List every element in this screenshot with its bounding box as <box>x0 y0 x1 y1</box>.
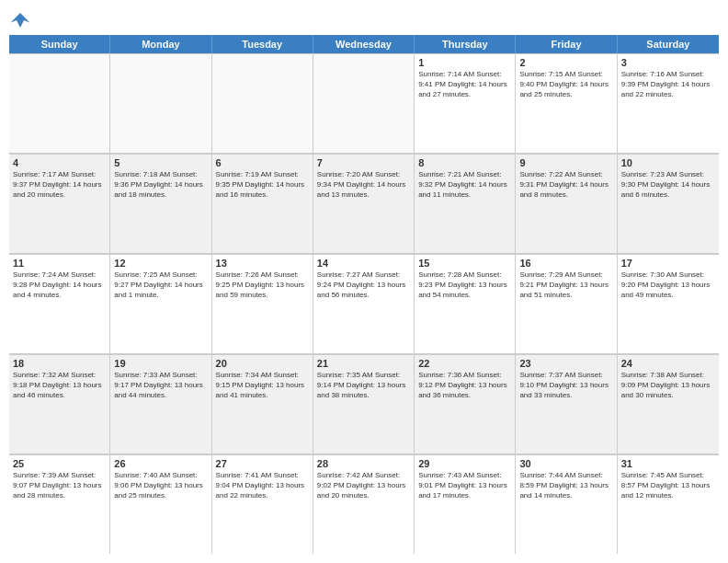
cell-info: Sunrise: 7:23 AM Sunset: 9:30 PM Dayligh… <box>621 170 715 200</box>
calendar-cell <box>9 53 110 153</box>
calendar-cell: 30Sunrise: 7:44 AM Sunset: 8:59 PM Dayli… <box>516 454 617 554</box>
calendar-body: 1Sunrise: 7:14 AM Sunset: 9:41 PM Daylig… <box>9 53 719 554</box>
cell-info: Sunrise: 7:24 AM Sunset: 9:28 PM Dayligh… <box>13 270 106 300</box>
cell-info: Sunrise: 7:27 AM Sunset: 9:24 PM Dayligh… <box>317 270 410 300</box>
calendar-cell: 7Sunrise: 7:20 AM Sunset: 9:34 PM Daylig… <box>313 154 415 253</box>
calendar-cell: 8Sunrise: 7:21 AM Sunset: 9:32 PM Daylig… <box>415 154 516 253</box>
logo-icon <box>9 9 31 31</box>
header-day-monday: Monday <box>110 35 211 53</box>
day-number: 7 <box>317 157 410 168</box>
calendar-cell: 19Sunrise: 7:33 AM Sunset: 9:17 PM Dayli… <box>110 354 211 454</box>
day-number: 30 <box>519 458 612 469</box>
calendar-row-3: 11Sunrise: 7:24 AM Sunset: 9:28 PM Dayli… <box>9 254 719 354</box>
cell-info: Sunrise: 7:25 AM Sunset: 9:27 PM Dayligh… <box>114 270 207 300</box>
calendar-cell: 17Sunrise: 7:30 AM Sunset: 9:20 PM Dayli… <box>618 254 719 353</box>
cell-info: Sunrise: 7:43 AM Sunset: 9:01 PM Dayligh… <box>418 471 511 500</box>
calendar-cell: 3Sunrise: 7:16 AM Sunset: 9:39 PM Daylig… <box>618 53 719 153</box>
day-number: 19 <box>114 358 207 369</box>
cell-info: Sunrise: 7:28 AM Sunset: 9:23 PM Dayligh… <box>418 270 511 300</box>
calendar-cell: 21Sunrise: 7:35 AM Sunset: 9:14 PM Dayli… <box>313 354 415 454</box>
calendar-cell: 10Sunrise: 7:23 AM Sunset: 9:30 PM Dayli… <box>618 154 719 253</box>
day-number: 14 <box>317 258 410 269</box>
header-day-wednesday: Wednesday <box>313 35 415 53</box>
calendar-cell: 5Sunrise: 7:18 AM Sunset: 9:36 PM Daylig… <box>110 154 211 253</box>
day-number: 10 <box>621 157 715 168</box>
calendar-row-5: 25Sunrise: 7:39 AM Sunset: 9:07 PM Dayli… <box>9 454 719 554</box>
cell-info: Sunrise: 7:35 AM Sunset: 9:14 PM Dayligh… <box>317 371 410 400</box>
cell-info: Sunrise: 7:26 AM Sunset: 9:25 PM Dayligh… <box>216 270 309 300</box>
day-number: 31 <box>621 458 715 469</box>
day-number: 15 <box>418 258 511 269</box>
header-day-sunday: Sunday <box>9 35 110 53</box>
day-number: 18 <box>13 358 106 369</box>
cell-info: Sunrise: 7:40 AM Sunset: 9:06 PM Dayligh… <box>114 471 207 500</box>
calendar-row-4: 18Sunrise: 7:32 AM Sunset: 9:18 PM Dayli… <box>9 354 719 454</box>
logo <box>9 9 35 31</box>
day-number: 16 <box>519 258 612 269</box>
day-number: 22 <box>418 358 511 369</box>
calendar-cell <box>313 53 415 153</box>
header-day-friday: Friday <box>516 35 617 53</box>
calendar-cell: 14Sunrise: 7:27 AM Sunset: 9:24 PM Dayli… <box>313 254 415 353</box>
cell-info: Sunrise: 7:42 AM Sunset: 9:02 PM Dayligh… <box>317 471 410 500</box>
calendar: SundayMondayTuesdayWednesdayThursdayFrid… <box>9 35 719 554</box>
calendar-cell: 11Sunrise: 7:24 AM Sunset: 9:28 PM Dayli… <box>9 254 110 353</box>
cell-info: Sunrise: 7:33 AM Sunset: 9:17 PM Dayligh… <box>114 371 207 400</box>
calendar-cell: 1Sunrise: 7:14 AM Sunset: 9:41 PM Daylig… <box>415 53 516 153</box>
calendar-cell: 24Sunrise: 7:38 AM Sunset: 9:09 PM Dayli… <box>618 354 719 454</box>
calendar-row-2: 4Sunrise: 7:17 AM Sunset: 9:37 PM Daylig… <box>9 154 719 254</box>
cell-info: Sunrise: 7:32 AM Sunset: 9:18 PM Dayligh… <box>13 371 106 400</box>
cell-info: Sunrise: 7:45 AM Sunset: 8:57 PM Dayligh… <box>621 471 715 500</box>
day-number: 17 <box>621 258 715 269</box>
day-number: 11 <box>13 258 106 269</box>
calendar-cell <box>110 53 211 153</box>
day-number: 24 <box>621 358 715 369</box>
day-number: 28 <box>317 458 410 469</box>
day-number: 20 <box>216 358 309 369</box>
header-day-saturday: Saturday <box>618 35 719 53</box>
day-number: 12 <box>114 258 207 269</box>
cell-info: Sunrise: 7:34 AM Sunset: 9:15 PM Dayligh… <box>216 371 309 400</box>
calendar-cell: 25Sunrise: 7:39 AM Sunset: 9:07 PM Dayli… <box>9 454 110 554</box>
day-number: 4 <box>13 157 106 168</box>
header <box>9 9 719 31</box>
calendar-header: SundayMondayTuesdayWednesdayThursdayFrid… <box>9 35 719 53</box>
cell-info: Sunrise: 7:16 AM Sunset: 9:39 PM Dayligh… <box>621 70 715 99</box>
day-number: 8 <box>418 157 511 168</box>
calendar-cell: 2Sunrise: 7:15 AM Sunset: 9:40 PM Daylig… <box>516 53 617 153</box>
calendar-cell: 27Sunrise: 7:41 AM Sunset: 9:04 PM Dayli… <box>212 454 313 554</box>
calendar-cell: 12Sunrise: 7:25 AM Sunset: 9:27 PM Dayli… <box>110 254 211 353</box>
day-number: 13 <box>216 258 309 269</box>
cell-info: Sunrise: 7:39 AM Sunset: 9:07 PM Dayligh… <box>13 471 106 500</box>
day-number: 5 <box>114 157 207 168</box>
cell-info: Sunrise: 7:44 AM Sunset: 8:59 PM Dayligh… <box>519 471 612 500</box>
calendar-cell: 13Sunrise: 7:26 AM Sunset: 9:25 PM Dayli… <box>212 254 313 353</box>
calendar-cell: 29Sunrise: 7:43 AM Sunset: 9:01 PM Dayli… <box>415 454 516 554</box>
cell-info: Sunrise: 7:21 AM Sunset: 9:32 PM Dayligh… <box>418 170 511 200</box>
day-number: 1 <box>418 57 511 68</box>
page: SundayMondayTuesdayWednesdayThursdayFrid… <box>0 0 728 563</box>
day-number: 29 <box>418 458 511 469</box>
cell-info: Sunrise: 7:30 AM Sunset: 9:20 PM Dayligh… <box>621 270 715 300</box>
calendar-cell: 6Sunrise: 7:19 AM Sunset: 9:35 PM Daylig… <box>212 154 313 253</box>
day-number: 6 <box>216 157 309 168</box>
calendar-cell: 16Sunrise: 7:29 AM Sunset: 9:21 PM Dayli… <box>516 254 617 353</box>
cell-info: Sunrise: 7:41 AM Sunset: 9:04 PM Dayligh… <box>216 471 309 500</box>
cell-info: Sunrise: 7:17 AM Sunset: 9:37 PM Dayligh… <box>13 170 106 200</box>
calendar-cell: 31Sunrise: 7:45 AM Sunset: 8:57 PM Dayli… <box>618 454 719 554</box>
cell-info: Sunrise: 7:19 AM Sunset: 9:35 PM Dayligh… <box>216 170 309 200</box>
calendar-cell: 20Sunrise: 7:34 AM Sunset: 9:15 PM Dayli… <box>212 354 313 454</box>
cell-info: Sunrise: 7:37 AM Sunset: 9:10 PM Dayligh… <box>519 371 612 400</box>
calendar-cell: 26Sunrise: 7:40 AM Sunset: 9:06 PM Dayli… <box>110 454 211 554</box>
header-day-thursday: Thursday <box>415 35 516 53</box>
day-number: 26 <box>114 458 207 469</box>
cell-info: Sunrise: 7:15 AM Sunset: 9:40 PM Dayligh… <box>519 70 612 99</box>
calendar-cell: 23Sunrise: 7:37 AM Sunset: 9:10 PM Dayli… <box>516 354 617 454</box>
cell-info: Sunrise: 7:20 AM Sunset: 9:34 PM Dayligh… <box>317 170 410 200</box>
calendar-row-1: 1Sunrise: 7:14 AM Sunset: 9:41 PM Daylig… <box>9 53 719 154</box>
cell-info: Sunrise: 7:36 AM Sunset: 9:12 PM Dayligh… <box>418 371 511 400</box>
calendar-cell: 28Sunrise: 7:42 AM Sunset: 9:02 PM Dayli… <box>313 454 415 554</box>
cell-info: Sunrise: 7:38 AM Sunset: 9:09 PM Dayligh… <box>621 371 715 400</box>
day-number: 25 <box>13 458 106 469</box>
svg-marker-0 <box>11 13 30 28</box>
